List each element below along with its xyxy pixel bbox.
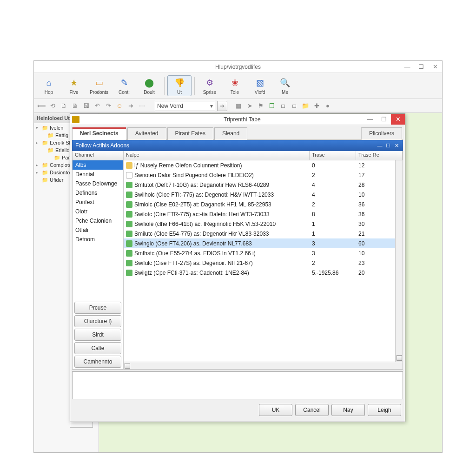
arrow-icon[interactable]: ➤ (245, 101, 254, 111)
table-row[interactable]: Smtutot (Defl:7 I-10G) as: Deganotir Hew… (124, 180, 403, 190)
go-button[interactable]: ➔ (217, 101, 227, 111)
table-row[interactable]: Smfhstc (Oue E55-27t4 as. EDIOS In VT1.2… (124, 248, 403, 258)
refresh-icon[interactable]: ⟲ (48, 101, 57, 111)
dialog-close-icon[interactable]: ✕ (391, 114, 405, 125)
forward-icon[interactable]: ➜ (126, 101, 135, 111)
close-icon[interactable]: ✕ (428, 61, 442, 73)
category-button[interactable]: Sirdt (74, 329, 121, 341)
table-row[interactable]: Swinglo (Ose FT4.206) as. Devlenotr NL77… (124, 238, 403, 248)
copy-icon[interactable]: 🗎 (70, 101, 79, 111)
category-header: Channel (73, 151, 123, 160)
category-item[interactable]: Porifext (73, 198, 123, 207)
dot-icon[interactable]: ● (323, 101, 332, 111)
dialog-minimize-icon[interactable]: — (363, 114, 377, 125)
new-doc-icon[interactable]: 🗋 (59, 101, 68, 111)
save-icon[interactable]: 🖫 (81, 101, 91, 111)
toolbar-me[interactable]: 🔍Me (273, 76, 297, 96)
panel-min-icon[interactable]: — (377, 142, 383, 149)
row-status-icon (126, 182, 132, 188)
nav-toolbar: ⟸ ⟲ 🗋 🗎 🖫 ↶ ↷ ☺ ➜ ⋯ New Vorrd ➔ ▦ ➤ ⚑ ❐ … (34, 99, 442, 113)
address-combo[interactable]: New Vorrd (155, 101, 215, 111)
table-row[interactable]: Swilgtz (Cpe FCti-371-as: Cadenott: 1NE2… (124, 268, 403, 278)
back-icon[interactable]: ⟸ (37, 101, 46, 111)
minimize-icon[interactable]: — (400, 61, 414, 73)
category-item[interactable]: Pche Calonion (73, 216, 123, 225)
folder-icon: 📁 (42, 162, 48, 168)
toolbar-cont:[interactable]: ✎Cont: (112, 76, 136, 96)
category-item[interactable]: Dennial (73, 170, 123, 179)
main-toolbar: ⌂Hop★Five▭Prodonts✎Cont:⬤Doult👎Ut⚙Sprise… (34, 73, 442, 99)
col-name[interactable]: Nalpe (124, 151, 310, 160)
toolbar-toie[interactable]: ❀Toie (223, 76, 247, 96)
category-item[interactable]: Passe Delownge (73, 179, 123, 188)
table-row[interactable]: Simiolc (Clse E02-2T5) at: Daganotk HF1 … (124, 199, 403, 209)
row-status-icon (126, 211, 132, 218)
tab-nerl-secinects[interactable]: Nerl Secinects (72, 127, 126, 140)
folder-icon: 📁 (54, 154, 60, 161)
toolbar-sprise[interactable]: ⚙Sprise (198, 76, 222, 96)
undo-icon[interactable]: ↶ (93, 101, 102, 111)
vertical-scrollbar[interactable] (395, 160, 403, 362)
tab-sleand[interactable]: Sleand (214, 127, 247, 140)
panel-title: Follow Actihis Adoons (75, 142, 377, 149)
category-item[interactable]: Albs (73, 160, 123, 170)
tab-pirant-eates[interactable]: Pirant Eates (167, 127, 213, 140)
uk-button[interactable]: UK (259, 404, 292, 416)
row-status-icon (126, 250, 132, 257)
toolbar-hop[interactable]: ⌂Hop (37, 76, 61, 96)
redo-icon[interactable]: ↷ (104, 101, 113, 111)
toolbar-icon: ⬤ (143, 77, 155, 89)
toolbar-doult[interactable]: ⬤Doult (137, 76, 161, 96)
person-icon[interactable]: ☺ (115, 101, 124, 111)
hscroll-thumb[interactable] (125, 363, 130, 369)
table-row[interactable]: Swifiole (clhe F66-41bt) ac. IReginnotic… (124, 219, 403, 229)
toolbar-icon: ▧ (254, 77, 266, 89)
folder-icon[interactable]: 📁 (301, 101, 310, 111)
table-row[interactable]: Swilotc (Cire FTR-775) ac:-tia Daletn: H… (124, 209, 403, 219)
category-item[interactable]: Oiotr (73, 207, 123, 216)
table-row[interactable]: lƒ Nusely Reme Oiefon Colunnent Pesition… (124, 160, 403, 170)
category-item[interactable]: Otfali (73, 225, 123, 235)
toolbar-viofd[interactable]: ▧Viofd (248, 76, 272, 96)
folder-icon: 📁 (47, 147, 54, 153)
maximize-icon[interactable]: ☐ (414, 61, 428, 73)
leigh-button[interactable]: Leigh (368, 404, 401, 416)
category-button[interactable]: Camhennto (74, 356, 121, 368)
page-icon[interactable]: 🗆 (278, 101, 288, 111)
col-trase-re[interactable]: Trase Re (356, 151, 403, 160)
notes-textarea[interactable] (72, 371, 403, 399)
category-button[interactable]: Prcuse (74, 302, 121, 314)
table-body: lƒ Nusely Reme Oiefon Colunnent Pesition… (124, 160, 403, 362)
grid-icon[interactable]: ▦ (234, 101, 243, 111)
category-button[interactable]: Calte (74, 342, 121, 354)
panel-close-icon[interactable]: ✕ (393, 142, 400, 149)
table-row[interactable]: Smilutc (Cloe E54-775) as: Degenotir Hkr… (124, 229, 403, 238)
horizontal-scrollbar[interactable] (124, 362, 403, 369)
table-row[interactable]: Swilholc (Cloe FTI:-775) as: Degenoti: H… (124, 190, 403, 199)
col-trase[interactable]: Trase (310, 151, 356, 160)
category-item[interactable]: Definons (73, 188, 123, 198)
table-row[interactable]: Swifulc (Cise FTT-27S) as: Degenoir. NfT… (124, 258, 403, 268)
tab-aviteated[interactable]: Aviteated (127, 127, 166, 140)
nay-button[interactable]: Nay (331, 404, 365, 416)
category-item[interactable]: Detnom (73, 235, 123, 244)
category-button[interactable]: Oiurcture l) (74, 315, 121, 327)
vscroll-thumb[interactable] (397, 355, 402, 361)
panel-max-icon[interactable]: ☐ (385, 142, 391, 149)
cancel-button[interactable]: Cancel (295, 404, 329, 416)
toolbar-icon: ⚙ (204, 77, 216, 89)
layers-icon[interactable]: ❐ (267, 101, 277, 111)
table-header: Nalpe Trase Trase Re (124, 151, 403, 160)
page2-icon[interactable]: 🗆 (290, 101, 299, 111)
more-icon[interactable]: ⋯ (137, 101, 146, 111)
toolbar-icon: ▭ (93, 77, 105, 89)
toolbar-ut[interactable]: 👎Ut (167, 75, 192, 96)
dialog-maximize-icon[interactable]: ☐ (377, 114, 391, 125)
table-row[interactable]: Swnoten Dalor Sind Pogeond Oolere FlLDEt… (124, 170, 403, 180)
tab-right[interactable]: Plicolivers (361, 127, 402, 140)
toolbar-five[interactable]: ★Five (62, 76, 86, 96)
flag-icon[interactable]: ⚑ (256, 101, 265, 111)
cross-icon[interactable]: ✚ (312, 101, 321, 111)
dialog-window: Triprenthi Tabe — ☐ ✕ Nerl SecinectsAvit… (70, 113, 405, 422)
toolbar-prodonts[interactable]: ▭Prodonts (87, 76, 111, 96)
